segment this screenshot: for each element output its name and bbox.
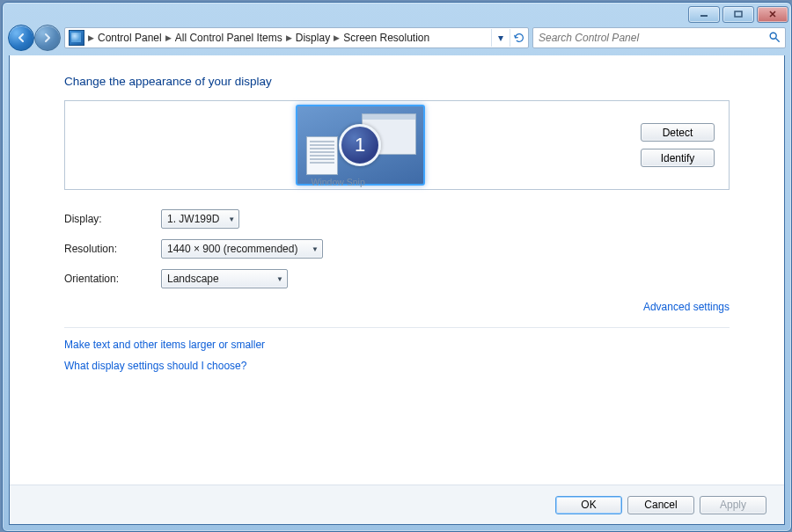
what-display-settings-link[interactable]: What display settings should I choose? [64, 360, 246, 372]
window-frame: ▶ Control Panel ▶ All Control Panel Item… [2, 2, 792, 532]
refresh-button[interactable] [510, 29, 528, 47]
resolution-label: Resolution: [64, 243, 161, 255]
display-value: 1. JW199D [167, 213, 228, 225]
control-panel-icon [69, 30, 84, 46]
ok-button[interactable]: OK [555, 496, 622, 514]
search-box[interactable] [532, 27, 786, 48]
chevron-right-icon[interactable]: ▶ [286, 33, 292, 42]
breadcrumb-item[interactable]: All Control Panel Items [175, 32, 282, 44]
dialog-footer: OK Cancel Apply [10, 485, 784, 524]
resolution-value: 1440 × 900 (recommended) [167, 243, 306, 255]
chevron-right-icon[interactable]: ▶ [165, 33, 172, 42]
monitor-number-badge: 1 [339, 124, 381, 166]
chevron-down-icon: ▼ [276, 275, 283, 283]
maximize-button[interactable] [722, 6, 754, 23]
monitor-thumbnail-1[interactable]: 1 Window Snip [296, 105, 425, 186]
search-input[interactable] [533, 32, 764, 44]
preview-document-icon [306, 136, 338, 175]
svg-rect-0 [700, 15, 708, 17]
chevron-down-icon: ▼ [312, 245, 319, 253]
breadcrumb-item[interactable]: Display [296, 32, 330, 44]
breadcrumb-item[interactable]: Control Panel [98, 32, 162, 44]
address-history-dropdown[interactable]: ▾ [491, 29, 510, 47]
orientation-label: Orientation: [64, 273, 161, 285]
resolution-dropdown[interactable]: 1440 × 900 (recommended) ▼ [161, 239, 323, 259]
snip-overlay-text: Window Snip [312, 177, 365, 187]
content-pane: Change the appearance of your display 1 … [9, 55, 785, 525]
search-icon[interactable] [764, 31, 785, 46]
breadcrumb-item[interactable]: Screen Resolution [343, 32, 429, 44]
minimize-button[interactable] [688, 6, 720, 23]
svg-rect-1 [735, 11, 742, 17]
back-button[interactable] [8, 25, 34, 51]
detect-button[interactable]: Detect [641, 123, 715, 142]
chevron-right-icon[interactable]: ▶ [88, 33, 94, 42]
orientation-value: Landscape [167, 273, 228, 285]
settings-form: Display: 1. JW199D ▼ Resolution: 1440 × … [64, 209, 730, 288]
display-label: Display: [64, 213, 161, 225]
identify-button[interactable]: Identify [641, 149, 715, 167]
page-title: Change the appearance of your display [64, 75, 730, 88]
svg-point-2 [770, 33, 776, 39]
chevron-right-icon[interactable]: ▶ [334, 33, 340, 42]
cancel-button[interactable]: Cancel [627, 496, 694, 514]
advanced-settings-link[interactable]: Advanced settings [643, 301, 730, 313]
orientation-dropdown[interactable]: Landscape ▼ [161, 269, 288, 288]
close-button[interactable] [757, 6, 788, 23]
apply-button[interactable]: Apply [700, 496, 766, 514]
nav-bar: ▶ Control Panel ▶ All Control Panel Item… [8, 24, 786, 52]
display-dropdown[interactable]: 1. JW199D ▼ [161, 209, 239, 229]
title-bar [3, 3, 791, 24]
chevron-down-icon: ▼ [228, 215, 235, 223]
display-preview-box: 1 Window Snip Detect Identify [64, 100, 730, 190]
divider [64, 327, 730, 328]
address-bar[interactable]: ▶ Control Panel ▶ All Control Panel Item… [64, 27, 529, 48]
forward-button[interactable] [34, 25, 61, 51]
make-text-larger-link[interactable]: Make text and other items larger or smal… [64, 339, 265, 351]
